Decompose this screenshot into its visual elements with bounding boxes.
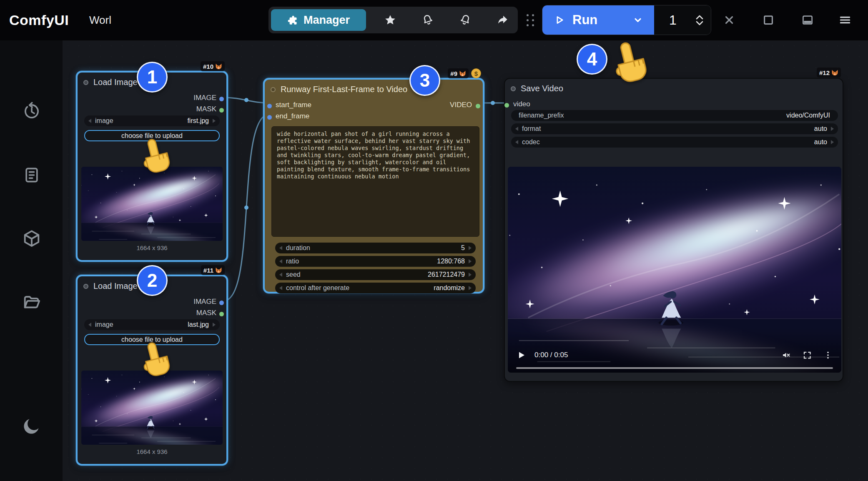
output-slot-image[interactable] [219, 301, 224, 305]
sidebar-item-workflows[interactable] [18, 289, 45, 316]
image-dimensions-label: 1664 x 936 [78, 448, 226, 455]
seed-widget[interactable]: seed 2617212479 [275, 269, 476, 280]
left-arrow-icon[interactable] [279, 273, 282, 277]
left-arrow-icon[interactable] [515, 127, 518, 131]
node-header[interactable]: Runway First-Last-Frame to Video [271, 85, 407, 94]
node-header[interactable]: Save Video [511, 84, 563, 93]
node-header[interactable]: Load Image [83, 78, 138, 87]
node-title: Load Image [93, 281, 138, 291]
collapse-dot[interactable] [83, 80, 88, 85]
left-arrow-icon[interactable] [279, 286, 282, 290]
node-id-label: #11 [203, 267, 213, 274]
left-arrow-icon[interactable] [279, 246, 282, 250]
dock-bottom-icon [801, 14, 814, 26]
share-arrow-icon [497, 14, 509, 26]
prompt-textarea[interactable]: wide horizontal pan shot of a girl runni… [271, 126, 479, 237]
output-label-mask: MASK [196, 309, 216, 317]
document-icon [23, 166, 41, 184]
favorites-button[interactable] [377, 9, 404, 31]
widget-label: seed [286, 271, 301, 278]
ratio-widget[interactable]: ratio 1280:768 [275, 256, 476, 267]
sidebar-item-model-library[interactable] [18, 225, 45, 252]
output-slot-mask[interactable] [219, 312, 224, 316]
fox-icon [215, 63, 222, 70]
sidebar-item-history[interactable] [18, 98, 45, 125]
image-select-widget[interactable]: image last.jpg [84, 319, 220, 330]
right-arrow-icon[interactable] [469, 273, 472, 277]
video-progress-bar[interactable] [516, 367, 833, 369]
duration-widget[interactable]: duration 5 [275, 243, 476, 253]
widget-label: control after generate [286, 284, 349, 292]
node-runway-first-last-frame-to-video[interactable]: #9 $ Runway First-Last-Frame to Video st… [263, 78, 484, 293]
step-2-badge: 2 [137, 265, 168, 296]
right-arrow-icon[interactable] [469, 246, 472, 250]
node-title: Runway First-Last-Frame to Video [281, 85, 407, 94]
widget-label: ratio [286, 258, 299, 265]
widget-label: image [95, 321, 113, 328]
menu-button[interactable] [836, 11, 854, 29]
close-button[interactable] [720, 11, 738, 29]
codec-widget[interactable]: codec auto [511, 137, 838, 148]
workflow-name[interactable]: Worl [89, 0, 111, 40]
run-options-chevron-icon[interactable] [632, 15, 643, 25]
format-widget[interactable]: format auto [511, 123, 838, 134]
filename-prefix-widget[interactable]: filename_prefix video/ComfyUI [511, 110, 838, 121]
input-slot-video[interactable] [504, 103, 509, 108]
image-select-widget[interactable]: image first.jpg [84, 115, 220, 126]
node-header[interactable]: Load Image [83, 281, 138, 291]
queue-decrement-icon[interactable] [696, 21, 703, 26]
collapse-dot[interactable] [511, 86, 516, 91]
sidebar-item-node-library[interactable] [18, 162, 45, 188]
run-button[interactable]: Run [542, 5, 654, 35]
share-button[interactable] [489, 9, 516, 31]
widget-value: last.jpg [188, 321, 209, 328]
left-arrow-icon[interactable] [279, 259, 282, 263]
right-arrow-icon[interactable] [469, 259, 472, 263]
manager-label: Manager [304, 14, 350, 27]
queue-count[interactable]: 1 [654, 5, 711, 35]
output-slot-mask[interactable] [219, 108, 224, 113]
api-cost-badge: $ [471, 68, 481, 78]
notification-muted-button[interactable] [452, 9, 479, 31]
output-slot-image[interactable] [219, 97, 224, 101]
output-label-video: VIDEO [450, 101, 472, 109]
control-after-generate-widget[interactable]: control after generate randomize [275, 283, 476, 293]
image-dimensions-label: 1664 x 936 [78, 244, 226, 251]
node-id-label: #9 [450, 70, 457, 77]
left-arrow-icon[interactable] [515, 140, 518, 144]
app-logo[interactable]: ComfyUI [9, 0, 69, 40]
left-arrow-icon[interactable] [88, 119, 91, 123]
input-slot-start-frame[interactable] [267, 104, 272, 108]
right-arrow-icon[interactable] [213, 119, 216, 123]
right-arrow-icon[interactable] [831, 127, 834, 131]
drag-handle-icon[interactable] [525, 13, 535, 28]
right-arrow-icon[interactable] [469, 286, 472, 290]
video-play-icon[interactable] [516, 350, 526, 360]
step-3-badge: 3 [409, 65, 440, 96]
queue-count-value: 1 [669, 13, 677, 28]
queue-increment-icon[interactable] [696, 15, 703, 20]
bottom-panel-button[interactable] [798, 11, 817, 29]
canvas-toggle-button[interactable] [759, 11, 778, 29]
collapse-dot[interactable] [271, 87, 276, 92]
manager-button[interactable]: Manager [271, 9, 366, 31]
notification-button[interactable] [414, 9, 441, 31]
collapse-dot[interactable] [83, 284, 88, 289]
left-arrow-icon[interactable] [88, 323, 91, 327]
widget-value: randomize [434, 284, 465, 292]
moon-icon [22, 416, 41, 436]
right-arrow-icon[interactable] [213, 323, 216, 327]
mute-icon[interactable] [781, 350, 791, 360]
input-slot-end-frame[interactable] [267, 115, 272, 120]
run-group: Run 1 [542, 5, 711, 35]
sidebar-item-settings[interactable] [18, 476, 45, 481]
fullscreen-icon[interactable] [802, 350, 812, 360]
video-player[interactable]: 0:00 / 0:05 [508, 167, 841, 373]
sidebar-item-theme-toggle[interactable] [18, 413, 45, 439]
node-save-video[interactable]: #12 Save Video video filename_prefix vid… [504, 78, 843, 382]
kebab-menu-icon[interactable] [823, 350, 833, 360]
node-title: Save Video [521, 84, 563, 93]
right-arrow-icon[interactable] [831, 140, 834, 144]
output-slot-video[interactable] [476, 104, 480, 108]
hamburger-icon [838, 13, 852, 27]
